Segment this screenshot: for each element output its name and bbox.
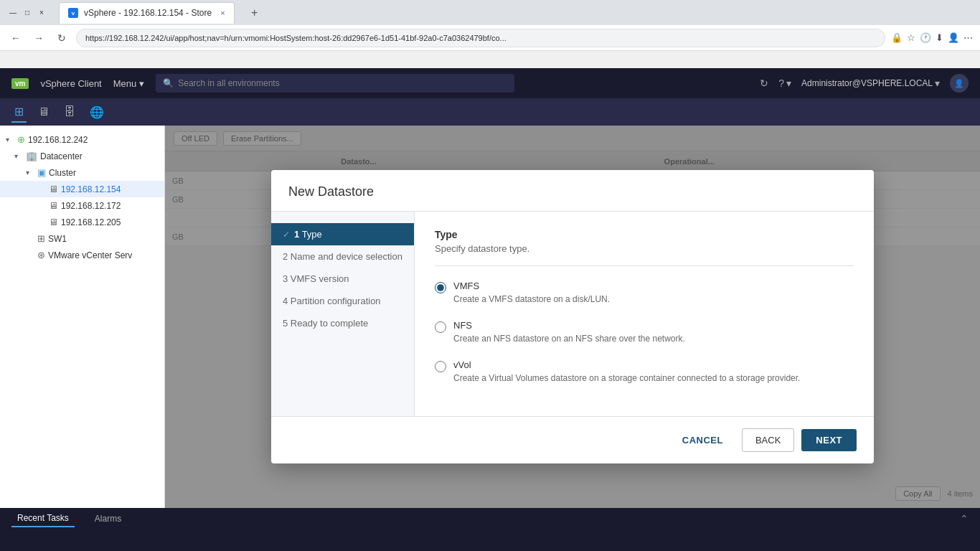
sidebar-item-cluster[interactable]: ▾ ▣ Cluster	[0, 164, 164, 181]
step-3-label: 3 VMFS version	[283, 273, 349, 284]
tab-favicon: v	[68, 8, 78, 18]
step-3-vmfs-version[interactable]: 3 VMFS version	[271, 268, 414, 290]
user-avatar[interactable]: 👤	[950, 74, 969, 93]
step-2-name-device[interactable]: 2 Name and device selection	[271, 245, 414, 268]
switch-icon: ⊞	[37, 233, 45, 244]
expand-icon: ▾	[26, 169, 34, 176]
modal-steps-panel: ✓ 1 Type 2 Name and device selection	[271, 212, 415, 415]
refresh-icon: ↻	[760, 77, 768, 89]
bottom-tab-recent-tasks[interactable]: Recent Tasks	[11, 510, 75, 527]
chevron-down-icon: ▾	[935, 77, 940, 89]
secondary-toolbar: ⊞ 🖥 🗄 🌐	[0, 98, 980, 126]
step-1-type[interactable]: ✓ 1 Type	[271, 223, 414, 245]
nav-right: ↻ ? ▾ Administrator@VSPHERE.LOCAL ▾ 👤	[760, 74, 969, 93]
sidebar-item-label: 192.168.12.242	[28, 135, 88, 145]
menu-button[interactable]: Menu ▾	[113, 78, 145, 89]
avatar-icon: 👤	[954, 79, 964, 88]
star-icon[interactable]: ☆	[907, 32, 915, 43]
sidebar-item-label: Cluster	[49, 168, 76, 178]
sidebar-item-label: SW1	[48, 234, 67, 244]
downloads-icon[interactable]: ⬇	[936, 32, 943, 43]
host-icon: 🖥	[49, 217, 58, 227]
sidebar-item-sw1[interactable]: ▸ ⊞ SW1	[0, 230, 164, 247]
toolbar-icon-summary[interactable]: ⊞	[11, 102, 27, 123]
step-4-partition-config[interactable]: 4 Partition configuration	[271, 290, 414, 312]
content-section-title: Type	[435, 229, 854, 240]
sidebar-item-host-172[interactable]: ▸ 🖥 192.168.12.172	[0, 197, 164, 214]
step-2-label: 2 Name and device selection	[283, 251, 402, 262]
back-button[interactable]: BACK	[742, 428, 794, 452]
new-datastore-modal: New Datastore ✓ 1 Type	[271, 170, 874, 463]
radio-vmfs-content: VMFS Create a VMFS datastore on a disk/L…	[453, 281, 610, 306]
browser-tab-active[interactable]: v vSphere - 192.168.12.154 - Store ×	[59, 2, 235, 24]
refresh-nav-button[interactable]: ↻	[760, 77, 768, 89]
minimize-button[interactable]: —	[7, 7, 19, 19]
address-bar-icons: 🔒 ☆ 🕐 ⬇ 👤 ⋯	[891, 32, 973, 43]
vcenter-icon: ⊕	[17, 134, 25, 145]
back-button[interactable]: ←	[7, 29, 24, 47]
menu-icon[interactable]: ⋯	[963, 32, 973, 43]
sidebar-item-host-154[interactable]: ▸ 🖥 192.168.12.154	[0, 181, 164, 197]
radio-vmfs-desc: Create a VMFS datastore on a disk/LUN.	[453, 293, 610, 306]
forward-button[interactable]: →	[30, 29, 47, 47]
toolbar-icon-monitor[interactable]: 🖥	[35, 103, 52, 121]
top-nav: vm vSphere Client Menu ▾ 🔍 Search in all…	[0, 68, 980, 98]
main-area: ▾ ⊕ 192.168.12.242 ▾ 🏢 Datacenter ▾ ▣ Cl…	[0, 126, 980, 508]
close-button[interactable]: ×	[36, 7, 47, 19]
search-bar[interactable]: 🔍 Search in all environments	[156, 74, 514, 93]
content-section-desc: Specify datastore type.	[435, 243, 854, 254]
bottom-tab-alarms[interactable]: Alarms	[89, 511, 127, 527]
maximize-button[interactable]: □	[22, 7, 33, 19]
radio-vvol-desc: Create a Virtual Volumes datastore on a …	[453, 372, 800, 385]
chevron-down-icon: ▾	[139, 78, 144, 89]
radio-vmfs-label: VMFS	[453, 281, 610, 291]
vm-logo: vm	[11, 78, 29, 89]
sidebar-item-vcenter-server[interactable]: ▸ ⊛ VMware vCenter Serv	[0, 247, 164, 263]
modal-footer: CANCEL BACK NEXT	[271, 416, 874, 463]
next-button[interactable]: NEXT	[801, 429, 857, 451]
history-icon[interactable]: 🕐	[920, 32, 931, 43]
step-check-icon: ✓	[283, 230, 290, 240]
sidebar-item-label: 192.168.12.154	[61, 184, 121, 194]
vsphere-label: vSphere Client	[40, 78, 101, 89]
sidebar-item-label: VMware vCenter Serv	[48, 250, 132, 260]
radio-vvol-content: vVol Create a Virtual Volumes datastore …	[453, 359, 800, 385]
sidebar-item-datacenter[interactable]: ▾ 🏢 Datacenter	[0, 148, 164, 164]
sidebar-item-label: Datacenter	[40, 151, 83, 161]
profile-icon[interactable]: 👤	[948, 32, 959, 43]
sidebar-item-label: 192.168.12.205	[61, 217, 121, 227]
sidebar-item-vcenter[interactable]: ▾ ⊕ 192.168.12.242	[0, 131, 164, 148]
modal-title: New Datastore	[271, 170, 874, 212]
modal-body: ✓ 1 Type 2 Name and device selection	[271, 212, 874, 415]
address-bar: ← → ↻ https://192.168.12.242/ui/app/host…	[0, 25, 980, 51]
modal-content-panel: Type Specify datastore type. VMFS Create…	[415, 212, 874, 415]
toolbar-icon-storage[interactable]: 🗄	[61, 103, 78, 121]
expand-icon: ▾	[6, 136, 14, 143]
tab-close-button[interactable]: ×	[220, 9, 225, 17]
url-input[interactable]: https://192.168.12.242/ui/app/host;nav=h…	[76, 29, 885, 47]
vcenter-server-icon: ⊛	[37, 250, 45, 260]
expand-bottom-bar-icon[interactable]: ⌃	[960, 513, 969, 524]
radio-vmfs[interactable]	[435, 282, 446, 293]
expand-icon: ▾	[14, 152, 23, 160]
toolbar-icon-network[interactable]: 🌐	[87, 103, 107, 122]
modal-overlay: New Datastore ✓ 1 Type	[165, 126, 980, 508]
host-icon: 🖥	[49, 184, 58, 194]
refresh-button[interactable]: ↻	[53, 29, 70, 47]
sidebar-item-label: 192.168.12.172	[61, 201, 121, 211]
datacenter-icon: 🏢	[26, 151, 37, 161]
host-icon: 🖥	[49, 200, 58, 211]
user-menu[interactable]: Administrator@VSPHERE.LOCAL ▾	[801, 77, 940, 89]
help-button[interactable]: ? ▾	[778, 77, 791, 89]
sidebar-item-host-205[interactable]: ▸ 🖥 192.168.12.205	[0, 214, 164, 230]
step-5-ready[interactable]: 5 Ready to complete	[271, 312, 414, 334]
radio-vvol[interactable]	[435, 361, 446, 372]
title-bar: — □ × v vSphere - 192.168.12.154 - Store…	[0, 0, 980, 25]
vm-badge: vm	[11, 78, 29, 89]
help-icon: ?	[778, 77, 784, 89]
new-tab-button[interactable]: +	[246, 4, 263, 22]
radio-nfs[interactable]	[435, 321, 446, 333]
step-1-label: 1 Type	[294, 229, 322, 240]
cancel-button[interactable]: CANCEL	[671, 429, 735, 451]
tab-title: vSphere - 192.168.12.154 - Store	[84, 8, 212, 18]
